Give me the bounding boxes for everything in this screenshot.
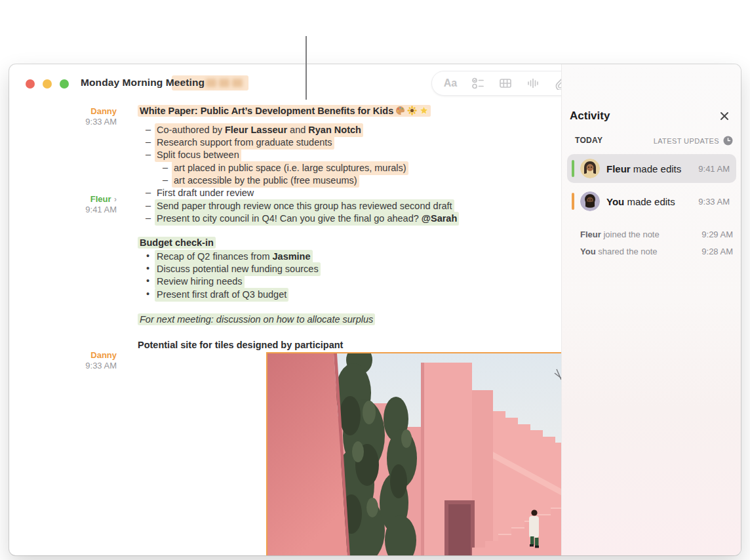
notes-app-window: Monday Morning Meeting Aa: [9, 64, 741, 555]
avatar-you: [580, 191, 600, 211]
list-item: – Research support from graduate student…: [138, 136, 334, 150]
author-color-bar: [572, 160, 574, 177]
activity-event-row[interactable]: You made edits 9:33 AM: [567, 187, 736, 216]
checklist-button[interactable]: [470, 75, 486, 91]
format-text-button[interactable]: Aa: [443, 75, 458, 91]
activity-title: Activity: [570, 110, 610, 123]
latest-updates-filter[interactable]: LATEST UPDATES: [654, 136, 733, 146]
table-icon: [499, 77, 512, 90]
list-item-nested: – art accessible by the public (free mus…: [138, 174, 359, 188]
author-color-bar: [572, 193, 574, 210]
callout-line: [306, 36, 307, 100]
author-label-danny-2: Danny 9:33 AM: [49, 350, 117, 371]
audio-button[interactable]: [525, 75, 541, 91]
avatar-fleur: [580, 159, 600, 178]
list-item-nested: – art placed in public space (i.e. large…: [138, 161, 408, 175]
event-time: 9:33 AM: [698, 197, 730, 207]
activity-event-row[interactable]: Fleur made edits 9:41 AM: [567, 154, 736, 183]
photo-caption: Potential site for tiles designed by par…: [138, 339, 343, 351]
event-time: 9:41 AM: [698, 164, 730, 174]
note-heading: White Paper: Public Art’s Development Be…: [138, 105, 431, 117]
today-label: TODAY: [575, 136, 602, 145]
list-item: – Present to city council in Q4! Can you…: [138, 212, 459, 226]
help-page-background: Monday Morning Meeting Aa: [0, 0, 750, 560]
close-activity-button[interactable]: [719, 110, 730, 122]
bullet-item: • Recap of Q2 finances from Jasmine: [138, 250, 313, 264]
bullet-item: • Discuss potential new funding sources: [138, 262, 321, 276]
list-item: – Co-authored by Fleur Lasseur and Ryan …: [138, 123, 363, 137]
activity-log-row: You shared the note 9:28 AM: [580, 247, 733, 256]
list-item: – Send paper through review once this gr…: [138, 199, 454, 213]
close-icon: [719, 110, 730, 122]
activity-log-row: Fleur joined the note 9:29 AM: [580, 230, 733, 239]
table-button[interactable]: [498, 75, 513, 91]
window-title: Monday Morning Meeting: [81, 77, 205, 89]
italic-note: For next meeting: discussion on how to a…: [138, 313, 375, 326]
glowing-star-emoji: [419, 106, 429, 115]
event-text: Fleur made edits: [606, 163, 681, 174]
minimize-window-button[interactable]: [43, 79, 52, 89]
clock-icon: [723, 136, 733, 146]
author-label-danny: Danny 9:33 AM: [49, 106, 117, 127]
audio-waveform-icon: [526, 77, 540, 90]
checklist-icon: [471, 77, 485, 90]
bullet-item: • Review hiring needs: [138, 275, 245, 289]
author-label-fleur: Fleur › 9:41 AM: [49, 193, 117, 215]
section-heading: Budget check-in: [138, 237, 216, 249]
note-editor[interactable]: White Paper: Public Art’s Development Be…: [138, 64, 561, 555]
artist-palette-emoji: [395, 106, 405, 115]
format-text-icon: Aa: [444, 77, 457, 89]
zoom-window-button[interactable]: [60, 79, 69, 89]
sunflower-emoji: [407, 106, 417, 115]
close-window-button[interactable]: [26, 79, 35, 89]
list-item: – Split focus between: [138, 148, 241, 162]
list-item: – First draft under review: [138, 186, 256, 200]
bullet-item: • Present first draft of Q3 budget: [138, 288, 288, 302]
event-text: You made edits: [606, 196, 675, 207]
chevron-right-icon[interactable]: ›: [114, 195, 117, 204]
activity-panel: Activity TODAY LATEST UPDATES Fleu: [561, 64, 741, 555]
